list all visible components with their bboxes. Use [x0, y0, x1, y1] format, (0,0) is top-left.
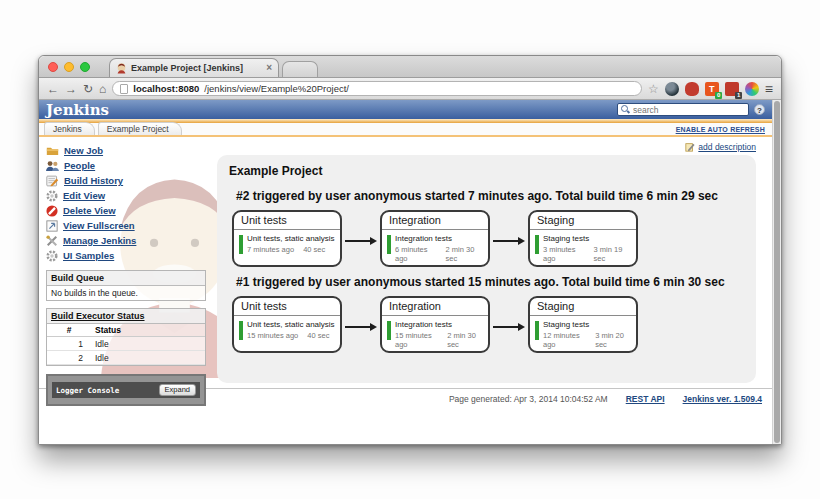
extension-red-icon[interactable]: [685, 82, 699, 96]
task-time-ago: 7 minutes ago: [247, 245, 294, 254]
tab-close-icon[interactable]: ×: [266, 63, 272, 73]
window-close-button[interactable]: [48, 62, 58, 72]
view-tabs-bar: Jenkins Example Project ENABLE AUTO REFR…: [39, 123, 772, 137]
sidebar-item-view-fullscreen[interactable]: View Fullscreen: [46, 218, 210, 233]
desktop-background: Example Project [Jenkins] × ← → ↻ ⌂ loca…: [0, 0, 820, 499]
pipeline-arrow-icon: [490, 323, 528, 331]
jenkins-version-link[interactable]: Jenkins ver. 1.509.4: [683, 394, 762, 404]
sidebar-item-edit-view[interactable]: Edit View: [46, 188, 210, 203]
back-button[interactable]: ←: [47, 83, 59, 95]
pipeline-stage-unit-tests[interactable]: Unit tests Unit tests, static analysis 1…: [232, 296, 342, 353]
build-queue-title: Build Queue: [47, 271, 205, 286]
search-input[interactable]: [633, 105, 745, 115]
search-box[interactable]: [617, 103, 749, 116]
stage-title: Unit tests: [234, 212, 340, 230]
people-icon: [46, 160, 59, 172]
extension-adblock-icon[interactable]: 1: [725, 82, 739, 96]
extension-t-icon[interactable]: T0: [705, 82, 719, 96]
task-name[interactable]: Staging tests: [543, 234, 631, 244]
task-success-bar: [535, 321, 539, 340]
view-fullscreen-icon: [46, 220, 58, 232]
stage-task: Integration tests 15 minutes ago2 min 30…: [382, 316, 488, 349]
new-job-icon: [46, 145, 59, 156]
sidebar-item-label: UI Samples: [63, 250, 114, 261]
pipeline-stage-staging[interactable]: Staging Staging tests 12 minutes ago3 mi…: [528, 296, 638, 353]
browser-tab[interactable]: Example Project [Jenkins] ×: [109, 58, 279, 77]
task-success-bar: [535, 235, 539, 254]
logger-console-bar: Logger Console Expand: [52, 382, 200, 398]
browser-viewport: Jenkins ? Jenkins Example Project ENABLE…: [39, 100, 781, 444]
ui-samples-gear-icon: [46, 250, 58, 262]
extension-colorwheel-icon[interactable]: [665, 82, 679, 96]
tab-jenkins[interactable]: Jenkins: [44, 122, 95, 135]
task-success-bar: [387, 321, 391, 340]
page-bottom-whitespace: [39, 405, 772, 444]
sidebar-item-ui-samples[interactable]: UI Samples: [46, 248, 210, 263]
new-tab-button[interactable]: [282, 61, 318, 77]
manage-jenkins-icon: [46, 235, 58, 247]
window-zoom-button[interactable]: [80, 62, 90, 72]
jenkins-header: Jenkins ?: [39, 100, 772, 119]
task-success-bar: [387, 235, 391, 254]
build-executor-title[interactable]: Build Executor Status: [47, 309, 205, 324]
pipeline-stage-integration[interactable]: Integration Integration tests 6 minutes …: [380, 210, 490, 267]
pipeline-stage-unit-tests[interactable]: Unit tests Unit tests, static analysis 7…: [232, 210, 342, 267]
sidebar-item-label: People: [64, 160, 95, 171]
build-queue-empty-text: No builds in the queue.: [47, 286, 205, 300]
search-area: ?: [617, 103, 765, 116]
window-minimize-button[interactable]: [64, 62, 74, 72]
browser-tab-bar: Example Project [Jenkins] ×: [39, 56, 781, 78]
jenkins-logo[interactable]: Jenkins: [46, 101, 109, 119]
task-duration: 40 sec: [303, 245, 325, 254]
home-button[interactable]: ⌂: [99, 83, 106, 95]
sidebar-item-delete-view[interactable]: Delete View: [46, 203, 210, 218]
task-time-ago: 12 minutes ago: [543, 331, 586, 349]
sidebar-item-label: Manage Jenkins: [63, 235, 136, 246]
executor-row-status: Idle: [91, 337, 205, 351]
vertical-scrollbar[interactable]: [772, 100, 781, 444]
sidebar-item-label: Delete View: [63, 205, 116, 216]
reload-button[interactable]: ↻: [83, 83, 93, 95]
enable-auto-refresh-link[interactable]: ENABLE AUTO REFRESH: [676, 126, 765, 133]
content-area: New Job People Build History Edit V: [39, 137, 772, 383]
stage-title: Integration: [382, 212, 488, 230]
url-path: /jenkins/view/Example%20Project/: [204, 83, 349, 94]
pipeline-row: Unit tests Unit tests, static analysis 7…: [232, 210, 744, 267]
scrollbar-thumb[interactable]: [774, 101, 780, 443]
sidebar-item-manage-jenkins[interactable]: Manage Jenkins: [46, 233, 210, 248]
task-name[interactable]: Staging tests: [543, 320, 631, 330]
stage-task: Integration tests 6 minutes ago2 min 30 …: [382, 230, 488, 263]
address-bar[interactable]: localhost:8080/jenkins/view/Example%20Pr…: [112, 81, 642, 96]
sidebar-item-new-job[interactable]: New Job: [46, 143, 210, 158]
pipeline-stage-staging[interactable]: Staging Staging tests 3 minutes ago3 min…: [528, 210, 638, 267]
task-duration: 3 min 20 sec: [595, 331, 631, 349]
add-description-link[interactable]: add description: [698, 142, 756, 152]
pipeline-stage-integration[interactable]: Integration Integration tests 15 minutes…: [380, 296, 490, 353]
expand-button[interactable]: Expand: [159, 384, 196, 396]
task-time-ago: 3 minutes ago: [543, 245, 585, 263]
extension-swirl-icon[interactable]: [745, 82, 759, 96]
tab-example-project[interactable]: Example Project: [98, 122, 182, 135]
task-name[interactable]: Unit tests, static analysis: [247, 234, 335, 244]
browser-menu-icon[interactable]: ≡: [765, 82, 773, 96]
sidebar-item-label: View Fullscreen: [63, 220, 135, 231]
bookmark-star-icon[interactable]: ☆: [648, 82, 659, 96]
forward-button[interactable]: →: [65, 83, 77, 95]
task-time-ago: 15 minutes ago: [395, 331, 438, 349]
tab-title: Example Project [Jenkins]: [131, 63, 262, 73]
pipeline-arrow-icon: [342, 237, 380, 245]
rest-api-link[interactable]: REST API: [626, 394, 665, 404]
task-name[interactable]: Integration tests: [395, 234, 483, 244]
help-icon[interactable]: ?: [754, 104, 765, 115]
pipeline-arrow-icon: [342, 323, 380, 331]
sidebar-item-people[interactable]: People: [46, 158, 210, 173]
task-name[interactable]: Integration tests: [395, 320, 483, 330]
sidebar-item-build-history[interactable]: Build History: [46, 173, 210, 188]
stage-title: Integration: [382, 298, 488, 316]
stage-task: Staging tests 12 minutes ago3 min 20 sec: [530, 316, 636, 349]
task-success-bar: [239, 235, 243, 254]
task-duration: 2 min 30 sec: [446, 245, 483, 263]
task-time-ago: 6 minutes ago: [395, 245, 437, 263]
build-queue-panel: Build Queue No builds in the queue.: [46, 270, 206, 301]
task-name[interactable]: Unit tests, static analysis: [247, 320, 335, 330]
